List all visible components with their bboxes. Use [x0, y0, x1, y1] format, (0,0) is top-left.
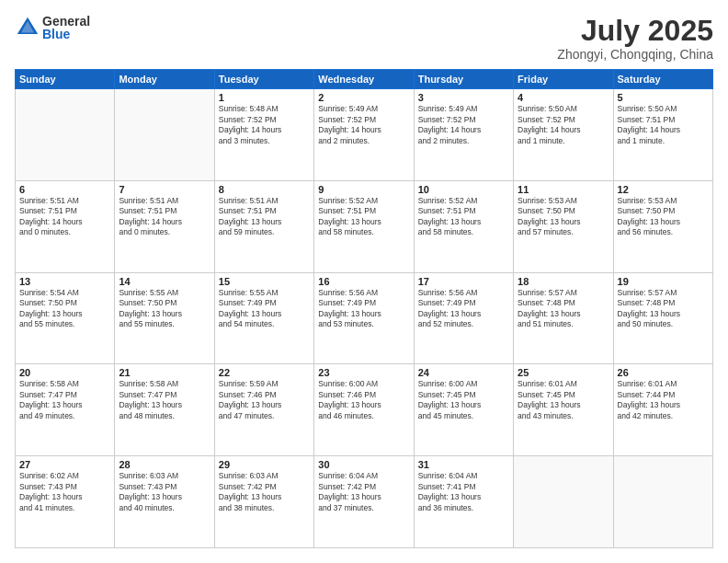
calendar-header: Sunday Monday Tuesday Wednesday Thursday…: [16, 70, 713, 89]
day-number: 5: [618, 92, 709, 103]
day-info: Sunrise: 6:01 AMSunset: 7:44 PMDaylight:…: [618, 379, 709, 421]
day-number: 21: [119, 367, 210, 378]
calendar-cell: 1Sunrise: 5:48 AMSunset: 7:52 PMDaylight…: [214, 89, 313, 181]
calendar-cell: 2Sunrise: 5:49 AMSunset: 7:52 PMDaylight…: [314, 89, 414, 181]
calendar-week-0: 1Sunrise: 5:48 AMSunset: 7:52 PMDaylight…: [16, 89, 713, 181]
calendar-cell: [613, 456, 712, 548]
calendar-cell: 22Sunrise: 5:59 AMSunset: 7:46 PMDayligh…: [214, 364, 313, 456]
title-block: July 2025 Zhongyi, Chongqing, China: [557, 15, 713, 62]
weekday-saturday: Saturday: [613, 70, 712, 89]
calendar-cell: 13Sunrise: 5:54 AMSunset: 7:50 PMDayligh…: [16, 272, 115, 364]
day-info: Sunrise: 5:51 AMSunset: 7:51 PMDaylight:…: [119, 196, 210, 238]
day-info: Sunrise: 5:56 AMSunset: 7:49 PMDaylight:…: [318, 288, 409, 330]
day-info: Sunrise: 5:52 AMSunset: 7:51 PMDaylight:…: [418, 196, 509, 238]
day-info: Sunrise: 6:04 AMSunset: 7:41 PMDaylight:…: [418, 471, 509, 513]
weekday-friday: Friday: [514, 70, 613, 89]
logo-blue-text: Blue: [42, 28, 90, 40]
calendar-cell: 31Sunrise: 6:04 AMSunset: 7:41 PMDayligh…: [414, 456, 513, 548]
day-info: Sunrise: 5:48 AMSunset: 7:52 PMDaylight:…: [219, 104, 310, 146]
day-number: 20: [19, 367, 110, 378]
day-info: Sunrise: 5:50 AMSunset: 7:52 PMDaylight:…: [518, 104, 609, 146]
day-number: 10: [418, 184, 509, 195]
day-number: 22: [219, 367, 310, 378]
day-number: 7: [119, 184, 210, 195]
day-info: Sunrise: 6:02 AMSunset: 7:43 PMDaylight:…: [19, 471, 110, 513]
calendar-cell: 25Sunrise: 6:01 AMSunset: 7:45 PMDayligh…: [514, 364, 613, 456]
calendar-cell: 5Sunrise: 5:50 AMSunset: 7:51 PMDaylight…: [613, 89, 712, 181]
day-number: 2: [318, 92, 409, 103]
calendar-cell: 19Sunrise: 5:57 AMSunset: 7:48 PMDayligh…: [613, 272, 712, 364]
calendar-cell: 18Sunrise: 5:57 AMSunset: 7:48 PMDayligh…: [514, 272, 613, 364]
day-info: Sunrise: 5:50 AMSunset: 7:51 PMDaylight:…: [618, 104, 709, 146]
day-number: 28: [119, 459, 210, 470]
day-info: Sunrise: 5:58 AMSunset: 7:47 PMDaylight:…: [19, 379, 110, 421]
calendar-cell: 10Sunrise: 5:52 AMSunset: 7:51 PMDayligh…: [414, 180, 513, 272]
day-info: Sunrise: 5:55 AMSunset: 7:49 PMDaylight:…: [219, 288, 310, 330]
day-info: Sunrise: 5:58 AMSunset: 7:47 PMDaylight:…: [119, 379, 210, 421]
calendar-cell: 11Sunrise: 5:53 AMSunset: 7:50 PMDayligh…: [514, 180, 613, 272]
day-info: Sunrise: 6:00 AMSunset: 7:45 PMDaylight:…: [418, 379, 509, 421]
calendar-body: 1Sunrise: 5:48 AMSunset: 7:52 PMDaylight…: [16, 89, 713, 548]
header: General Blue July 2025 Zhongyi, Chongqin…: [15, 15, 713, 62]
day-number: 3: [418, 92, 509, 103]
day-info: Sunrise: 5:54 AMSunset: 7:50 PMDaylight:…: [19, 288, 110, 330]
calendar-week-2: 13Sunrise: 5:54 AMSunset: 7:50 PMDayligh…: [16, 272, 713, 364]
day-number: 30: [318, 459, 409, 470]
page: General Blue July 2025 Zhongyi, Chongqin…: [0, 0, 728, 563]
weekday-wednesday: Wednesday: [314, 70, 414, 89]
day-number: 27: [19, 459, 110, 470]
calendar-cell: 20Sunrise: 5:58 AMSunset: 7:47 PMDayligh…: [16, 364, 115, 456]
logo-icon: [15, 15, 40, 40]
calendar-week-4: 27Sunrise: 6:02 AMSunset: 7:43 PMDayligh…: [16, 456, 713, 548]
weekday-row: Sunday Monday Tuesday Wednesday Thursday…: [16, 70, 713, 89]
calendar-week-3: 20Sunrise: 5:58 AMSunset: 7:47 PMDayligh…: [16, 364, 713, 456]
day-number: 16: [318, 276, 409, 287]
day-info: Sunrise: 6:03 AMSunset: 7:43 PMDaylight:…: [119, 471, 210, 513]
day-number: 26: [618, 367, 709, 378]
calendar-cell: 16Sunrise: 5:56 AMSunset: 7:49 PMDayligh…: [314, 272, 414, 364]
day-number: 29: [219, 459, 310, 470]
weekday-thursday: Thursday: [414, 70, 513, 89]
day-number: 13: [19, 276, 110, 287]
calendar-cell: 29Sunrise: 6:03 AMSunset: 7:42 PMDayligh…: [214, 456, 313, 548]
calendar-cell: [16, 89, 115, 181]
weekday-sunday: Sunday: [16, 70, 115, 89]
logo: General Blue: [15, 15, 90, 40]
logo-general-text: General: [42, 15, 90, 28]
calendar-cell: 12Sunrise: 5:53 AMSunset: 7:50 PMDayligh…: [613, 180, 712, 272]
day-info: Sunrise: 5:53 AMSunset: 7:50 PMDaylight:…: [518, 196, 609, 238]
calendar-cell: [514, 456, 613, 548]
day-number: 31: [418, 459, 509, 470]
day-info: Sunrise: 5:57 AMSunset: 7:48 PMDaylight:…: [518, 288, 609, 330]
calendar-week-1: 6Sunrise: 5:51 AMSunset: 7:51 PMDaylight…: [16, 180, 713, 272]
day-info: Sunrise: 6:04 AMSunset: 7:42 PMDaylight:…: [318, 471, 409, 513]
calendar-cell: 27Sunrise: 6:02 AMSunset: 7:43 PMDayligh…: [16, 456, 115, 548]
day-number: 1: [219, 92, 310, 103]
day-info: Sunrise: 5:51 AMSunset: 7:51 PMDaylight:…: [219, 196, 310, 238]
calendar-cell: 8Sunrise: 5:51 AMSunset: 7:51 PMDaylight…: [214, 180, 313, 272]
calendar-cell: 28Sunrise: 6:03 AMSunset: 7:43 PMDayligh…: [115, 456, 214, 548]
day-number: 4: [518, 92, 609, 103]
day-number: 17: [418, 276, 509, 287]
calendar-cell: 30Sunrise: 6:04 AMSunset: 7:42 PMDayligh…: [314, 456, 414, 548]
calendar-cell: 9Sunrise: 5:52 AMSunset: 7:51 PMDaylight…: [314, 180, 414, 272]
day-info: Sunrise: 5:57 AMSunset: 7:48 PMDaylight:…: [618, 288, 709, 330]
day-info: Sunrise: 6:01 AMSunset: 7:45 PMDaylight:…: [518, 379, 609, 421]
day-number: 15: [219, 276, 310, 287]
day-info: Sunrise: 6:03 AMSunset: 7:42 PMDaylight:…: [219, 471, 310, 513]
day-info: Sunrise: 5:56 AMSunset: 7:49 PMDaylight:…: [418, 288, 509, 330]
weekday-monday: Monday: [115, 70, 214, 89]
location: Zhongyi, Chongqing, China: [557, 47, 713, 62]
calendar-cell: 4Sunrise: 5:50 AMSunset: 7:52 PMDaylight…: [514, 89, 613, 181]
calendar: Sunday Monday Tuesday Wednesday Thursday…: [15, 69, 713, 548]
calendar-cell: 3Sunrise: 5:49 AMSunset: 7:52 PMDaylight…: [414, 89, 513, 181]
day-info: Sunrise: 5:53 AMSunset: 7:50 PMDaylight:…: [618, 196, 709, 238]
calendar-cell: 21Sunrise: 5:58 AMSunset: 7:47 PMDayligh…: [115, 364, 214, 456]
logo-text: General Blue: [42, 15, 90, 40]
day-info: Sunrise: 5:51 AMSunset: 7:51 PMDaylight:…: [19, 196, 110, 238]
weekday-tuesday: Tuesday: [214, 70, 313, 89]
day-number: 6: [19, 184, 110, 195]
day-info: Sunrise: 5:49 AMSunset: 7:52 PMDaylight:…: [318, 104, 409, 146]
calendar-cell: 17Sunrise: 5:56 AMSunset: 7:49 PMDayligh…: [414, 272, 513, 364]
calendar-cell: 24Sunrise: 6:00 AMSunset: 7:45 PMDayligh…: [414, 364, 513, 456]
